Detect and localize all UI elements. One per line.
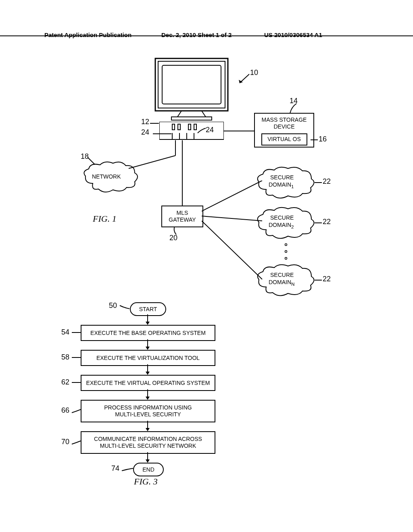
domain2-l2row: DOMAIN2 — [269, 222, 294, 229]
ref-62-lead-icon — [71, 380, 81, 384]
step-66-box: PROCESS INFORMATION USING MULTI-LEVEL SE… — [81, 400, 215, 422]
ref-66-lead-icon — [71, 409, 81, 414]
mls-gateway-label: MLS GATEWAY — [162, 210, 202, 223]
ref-50: 50 — [109, 301, 117, 310]
virtual-os-label: VIRTUAL OS — [267, 136, 300, 143]
svg-marker-46 — [146, 459, 150, 463]
step-70-l2: MULTI-LEVEL SECURITY NETWORK — [100, 443, 196, 449]
svg-point-25 — [285, 244, 287, 246]
ref-24-left: 24 — [141, 128, 149, 137]
arrow-5-icon — [145, 421, 150, 432]
ref-24r-lead-icon — [197, 127, 206, 134]
ref-22-c: 22 — [323, 275, 331, 283]
svg-line-31 — [202, 221, 262, 279]
header-left: Patent Application Publication — [44, 31, 131, 38]
svg-rect-6 — [178, 124, 180, 130]
ref-16-lead-icon — [311, 137, 319, 142]
arrow-3-icon — [145, 364, 150, 376]
ref-70-lead-icon — [71, 440, 81, 445]
ref-22-b: 22 — [323, 218, 331, 226]
ref-58-lead-icon — [71, 355, 81, 360]
mls-gateway-box: MLS GATEWAY — [161, 206, 203, 227]
network-label: NETWORK — [92, 173, 121, 180]
svg-marker-33 — [146, 322, 150, 325]
ref-50-lead-icon — [119, 305, 131, 310]
ref-24l-lead-icon — [152, 131, 172, 136]
svg-line-21 — [129, 156, 175, 168]
ref-54: 54 — [61, 328, 69, 337]
ref-22a-lead-icon — [315, 181, 323, 185]
end-terminator: END — [133, 463, 164, 476]
step-66-l1: PROCESS INFORMATION USING — [104, 404, 192, 411]
step-66-l2: MULTI-LEVEL SECURITY — [115, 411, 181, 418]
line-computer-network-icon — [127, 139, 179, 172]
svg-rect-4 — [159, 122, 224, 139]
arrow-2-icon — [145, 339, 150, 351]
mass-storage-box: MASS STORAGE DEVICE VIRTUAL OS — [254, 113, 314, 148]
header-right: US 2010/0306534 A1 — [264, 31, 322, 38]
line-computer-gateway-icon — [181, 140, 185, 207]
ref-16: 16 — [319, 135, 327, 143]
domain2-l1: SECURE — [270, 214, 294, 221]
step-54-box: EXECUTE THE BASE OPERATING SYSTEM — [81, 325, 215, 341]
domain2-sub: 2 — [291, 224, 294, 229]
ref-22c-lead-icon — [315, 278, 323, 282]
domain1-l2: DOMAIN — [269, 181, 291, 188]
svg-rect-5 — [172, 124, 175, 130]
step-62-label: EXECUTE THE VIRTUAL OPERATING SYSTEM — [86, 380, 210, 387]
ref-12-lead-icon — [149, 121, 161, 126]
end-label: END — [142, 466, 154, 473]
step-54-label: EXECUTE THE BASE OPERATING SYSTEM — [90, 330, 206, 337]
step-58-label: EXECUTE THE VIRTUALIZATION TOOL — [96, 355, 200, 362]
virtual-os-box: VIRTUAL OS — [261, 133, 307, 145]
line-gateway-domains-icon — [202, 181, 266, 285]
ref-24-right: 24 — [206, 126, 214, 134]
mass-storage-label: MASS STORAGE DEVICE — [255, 115, 313, 132]
ref-22b-lead-icon — [315, 221, 323, 225]
ref-12: 12 — [141, 118, 149, 126]
ref-10: 10 — [250, 69, 258, 77]
svg-line-19 — [88, 157, 95, 164]
ellipsis-dots-icon — [284, 243, 288, 261]
arrow-4-icon — [145, 389, 150, 401]
domainN-l2: DOMAIN — [269, 279, 291, 285]
ref-66: 66 — [61, 406, 69, 415]
header-mid: Dec. 2, 2010 Sheet 1 of 2 — [161, 31, 232, 38]
svg-marker-36 — [146, 347, 150, 350]
line-computer-mass-icon — [224, 129, 256, 133]
svg-rect-3 — [171, 117, 212, 120]
ref-62: 62 — [61, 378, 69, 387]
ref-70: 70 — [61, 438, 69, 446]
svg-rect-2 — [162, 65, 221, 104]
svg-rect-7 — [188, 124, 191, 130]
domain1-l1: SECURE — [270, 174, 294, 181]
svg-marker-42 — [146, 397, 150, 400]
svg-point-27 — [285, 258, 287, 260]
start-label: START — [139, 306, 157, 312]
arrow-1-icon — [145, 314, 150, 326]
page-header: Patent Application Publication Dec. 2, 2… — [0, 34, 413, 36]
step-62-box: EXECUTE THE VIRTUAL OPERATING SYSTEM — [81, 375, 215, 391]
ref-10-arrow-icon — [238, 73, 250, 85]
start-terminator: START — [130, 302, 166, 316]
svg-line-30 — [202, 216, 262, 221]
svg-marker-44 — [146, 428, 150, 431]
svg-marker-39 — [146, 372, 150, 375]
svg-rect-1 — [158, 61, 225, 108]
domain1-l2row: DOMAIN1 — [269, 181, 294, 189]
domain2-l2: DOMAIN — [269, 222, 291, 228]
ref-74-lead-icon — [121, 467, 134, 472]
ref-22-a: 22 — [323, 177, 331, 186]
svg-point-26 — [285, 251, 287, 253]
domainN-l1: SECURE — [270, 272, 294, 278]
svg-rect-8 — [194, 124, 196, 130]
fig3-label: FIG. 3 — [134, 476, 158, 487]
svg-rect-0 — [155, 58, 228, 111]
ref-58: 58 — [61, 353, 69, 362]
ref-20-lead-icon — [172, 227, 178, 235]
ref-74: 74 — [111, 464, 119, 473]
fig1-label: FIG. 1 — [93, 214, 117, 224]
step-70-l1: COMMUNICATE INFORMATION ACROSS — [94, 436, 202, 443]
ref-18-lead-icon — [87, 156, 96, 166]
diagram-stage: 10 14 12 24 24 MASS STORAGE DEVICE VIRTU… — [40, 52, 373, 508]
